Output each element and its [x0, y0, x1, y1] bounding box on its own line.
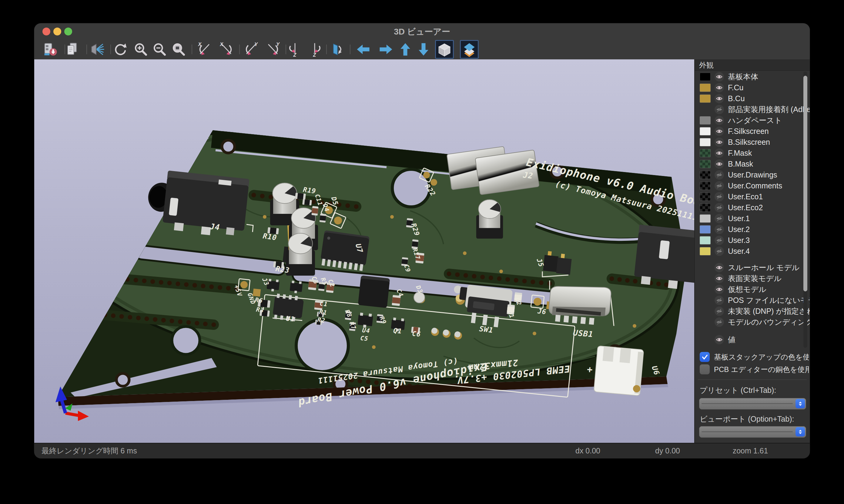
- layer-row: 部品実装用接着剤 (Adhesive): [695, 104, 810, 115]
- rotate-x-cw-button[interactable]: X: [196, 41, 213, 58]
- layer-label: F.Mask: [728, 149, 752, 158]
- zoom-out-button[interactable]: [151, 41, 168, 58]
- stepper-icon[interactable]: [795, 399, 805, 408]
- layer-row: ハンダペースト: [695, 115, 810, 126]
- preset-dropdown[interactable]: [699, 398, 806, 410]
- viewport-dropdown[interactable]: [699, 426, 806, 438]
- sidebar-scrollbar-thumb[interactable]: [803, 76, 807, 291]
- pan-left-button[interactable]: [355, 41, 372, 58]
- silkscreen-ref-label: U4: [362, 326, 371, 335]
- appearance-panel: 外観 基板本体F.CuB.Cu部品実装用接着剤 (Adhesive)ハンダペース…: [694, 59, 810, 443]
- layer-row: スルーホール モデル: [695, 262, 810, 273]
- use-stackup-colors-checkbox[interactable]: [700, 352, 710, 362]
- layer-color-swatch[interactable]: [700, 226, 711, 234]
- visibility-eye-icon[interactable]: [714, 94, 724, 103]
- visibility-eye-icon[interactable]: [714, 263, 724, 272]
- visibility-eye-off-icon[interactable]: [714, 247, 724, 256]
- layer-color-swatch[interactable]: [700, 236, 711, 245]
- visibility-eye-icon[interactable]: [714, 72, 724, 82]
- layer-color-swatch[interactable]: [700, 138, 711, 146]
- visibility-eye-off-icon[interactable]: [714, 318, 724, 327]
- layer-label: ハンダペースト: [728, 115, 782, 125]
- flip-board-button[interactable]: [329, 41, 346, 58]
- visibility-eye-off-icon[interactable]: [714, 181, 724, 191]
- visibility-eye-icon[interactable]: [714, 127, 724, 136]
- rotate-y-cw-button[interactable]: Y: [243, 41, 259, 58]
- window-title: 3D ビューアー: [34, 23, 810, 39]
- raytrace-render-button[interactable]: [88, 41, 105, 58]
- silkscreen-ref-label: J4: [209, 222, 220, 232]
- visibility-eye-off-icon[interactable]: [714, 170, 724, 180]
- layer-color-swatch[interactable]: [700, 116, 711, 125]
- layer-color-swatch[interactable]: [700, 160, 711, 168]
- visibility-eye-icon[interactable]: [714, 335, 724, 344]
- layer-row: User.Comments: [695, 180, 810, 191]
- layer-color-swatch[interactable]: [700, 149, 711, 157]
- visibility-eye-icon[interactable]: [714, 138, 724, 147]
- 3d-viewer-window: 3D ビューアー X X Y Y Z Z: [34, 23, 810, 458]
- orthographic-cube-icon: [436, 41, 453, 58]
- rotate-z-cw-button[interactable]: Z: [287, 41, 304, 58]
- layer-color-swatch[interactable]: [700, 127, 711, 136]
- refresh-view-button[interactable]: [112, 41, 129, 58]
- zoom-fit-button[interactable]: [170, 41, 187, 58]
- layer-color-swatch[interactable]: [700, 193, 711, 201]
- silkscreen-ref-label: SW1: [479, 324, 494, 335]
- visibility-eye-icon[interactable]: [714, 159, 724, 169]
- svg-text:Z: Z: [293, 52, 296, 57]
- flip-board-icon: [329, 41, 346, 58]
- rotate-z-cw-icon: Z: [287, 41, 304, 58]
- layer-label: User.4: [728, 247, 750, 256]
- visibility-eye-off-icon[interactable]: [714, 105, 724, 114]
- pan-up-button[interactable]: [397, 41, 414, 58]
- visibility-eye-icon[interactable]: [714, 148, 724, 158]
- sidebar-separator: [698, 379, 807, 380]
- 3d-viewport[interactable]: Exidiophone v6.0 Audio Board (c) Tomoya …: [34, 59, 694, 443]
- layer-label: F.Silkscreen: [728, 127, 769, 136]
- smd-chip: [295, 193, 306, 200]
- stepper-icon[interactable]: [795, 427, 805, 436]
- visibility-eye-icon[interactable]: [714, 274, 724, 283]
- visibility-eye-off-icon[interactable]: [714, 203, 724, 212]
- use-pcb-editor-copper-checkbox[interactable]: [700, 364, 710, 374]
- layer-color-swatch[interactable]: [700, 94, 711, 103]
- model-options-list: スルーホール モデル表面実装モデル仮想モデルPOS ファイルにないモデル未実装 …: [695, 262, 810, 327]
- inductor: [358, 275, 390, 308]
- layers-manager-button[interactable]: [460, 40, 479, 59]
- export-3d-image-button[interactable]: [42, 41, 59, 58]
- layer-color-swatch[interactable]: [700, 73, 711, 81]
- layer-row: User.Drawings: [695, 169, 810, 180]
- layer-color-swatch[interactable]: [700, 182, 711, 190]
- sidebar-scrollbar-track[interactable]: [803, 71, 807, 348]
- visibility-eye-off-icon[interactable]: [714, 192, 724, 201]
- rotate-y-ccw-button[interactable]: Y: [264, 41, 281, 58]
- layer-row: F.Cu: [695, 82, 810, 93]
- layer-color-swatch[interactable]: [700, 214, 711, 222]
- rotate-x-ccw-button[interactable]: X: [218, 41, 235, 58]
- visibility-eye-icon[interactable]: [714, 116, 724, 125]
- zoom-in-button[interactable]: [132, 41, 149, 58]
- visibility-eye-icon[interactable]: [714, 83, 724, 92]
- copy-image-button[interactable]: [64, 41, 81, 58]
- layer-row: B.Mask: [695, 158, 810, 169]
- title-bar[interactable]: 3D ビューアー: [34, 23, 810, 39]
- visibility-eye-icon[interactable]: [714, 285, 724, 294]
- rotate-z-ccw-button[interactable]: Z: [306, 41, 323, 58]
- appearance-panel-title: 外観: [695, 59, 810, 71]
- pan-down-button[interactable]: [415, 41, 432, 58]
- visibility-eye-off-icon[interactable]: [714, 236, 724, 245]
- jst-connector-u6: [594, 346, 644, 396]
- layer-label: User.Drawings: [728, 170, 777, 179]
- layer-color-swatch[interactable]: [700, 84, 711, 92]
- visibility-eye-off-icon[interactable]: [714, 307, 724, 316]
- visibility-eye-off-icon[interactable]: [714, 225, 724, 234]
- render-time-status: 最終レンダリング時間 6 ms: [41, 444, 137, 458]
- visibility-eye-off-icon[interactable]: [714, 295, 724, 305]
- layer-color-swatch[interactable]: [700, 203, 711, 212]
- layer-color-swatch[interactable]: [700, 171, 711, 179]
- layer-color-swatch[interactable]: [700, 247, 711, 255]
- orthographic-projection-button[interactable]: [435, 40, 454, 59]
- use-pcb-editor-copper-label: PCB エディターの銅色を使用: [714, 365, 809, 374]
- pan-right-button[interactable]: [377, 41, 394, 58]
- visibility-eye-off-icon[interactable]: [714, 214, 724, 223]
